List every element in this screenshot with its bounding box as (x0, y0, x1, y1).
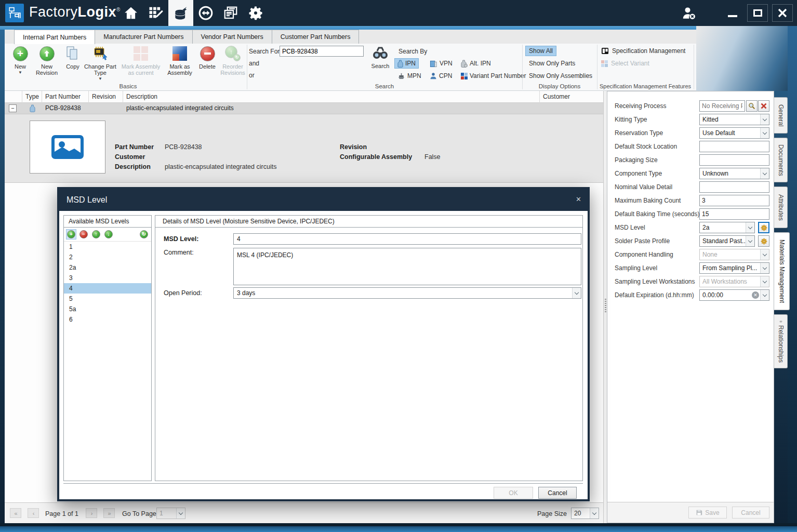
move-up-button[interactable]: ↑ (91, 229, 101, 240)
nav-documents-icon[interactable] (218, 0, 243, 26)
component-type-select[interactable]: Unknown (699, 168, 769, 179)
comment-textarea[interactable]: MSL 4 (IPC/JEDEC) (233, 248, 581, 285)
default-stock-location-input[interactable] (699, 141, 769, 152)
default-baking-time-input[interactable] (699, 208, 769, 220)
column-type[interactable]: Type (22, 91, 42, 103)
receiving-process-input (699, 100, 745, 112)
page-size-select[interactable]: 20 (571, 508, 599, 519)
nav-transfer-icon[interactable] (193, 0, 218, 26)
search-input[interactable] (280, 46, 364, 57)
search-by-variant-part-number[interactable]: Variant Part Number (458, 71, 529, 81)
part-image-placeholder[interactable] (30, 121, 105, 174)
packaging-size-input[interactable] (699, 154, 769, 166)
next-page-button[interactable]: › (86, 508, 97, 518)
clear-value-icon[interactable]: ✕ (752, 291, 759, 299)
side-tab-documents[interactable]: Documents (774, 138, 788, 182)
new-revision-button[interactable]: New Revision (33, 45, 61, 76)
search-by-vpn[interactable]: VPN (427, 58, 456, 69)
specification-management-button[interactable]: Specification Management (601, 47, 685, 55)
dialog-titlebar[interactable]: MSD Level ✕ (59, 189, 588, 211)
dropdown-caret-icon: ▼ (18, 70, 22, 76)
kitting-type-select[interactable]: Kitted (699, 114, 769, 125)
refresh-levels-button[interactable]: ↻ (139, 229, 149, 240)
search-by-alt-ipn[interactable]: Alt. IPN (458, 58, 494, 69)
column-part-number[interactable]: Part Number (42, 91, 89, 103)
msd-level-option[interactable]: 2a (64, 262, 151, 273)
minimize-button[interactable] (722, 4, 743, 22)
msd-level-settings-button[interactable] (758, 222, 769, 233)
reservation-type-select[interactable]: Use Default (699, 127, 769, 139)
up-arrow-icon (39, 46, 55, 61)
maximize-button[interactable] (747, 4, 768, 22)
show-only-parts-option[interactable]: Show Only Parts (525, 58, 579, 69)
side-tab-general[interactable]: General (774, 97, 788, 134)
msd-level-option[interactable]: 6 (64, 314, 151, 325)
search-by-ipn[interactable]: IPN (394, 58, 419, 69)
delete-button[interactable]: Delete (197, 45, 218, 70)
nav-design-icon[interactable] (143, 0, 168, 26)
search-by-mpn[interactable]: MPN (394, 71, 424, 81)
msd-level-option[interactable]: 5 (64, 294, 151, 304)
column-description[interactable]: Description (123, 91, 540, 103)
new-button[interactable]: + New▼ (10, 45, 31, 76)
dialog-close-icon[interactable]: ✕ (576, 195, 581, 203)
last-page-button[interactable]: » (103, 508, 115, 518)
open-period-select[interactable]: 3 days (233, 287, 581, 299)
close-button[interactable] (772, 4, 793, 22)
paperclip-icon (779, 318, 782, 325)
tab-customer-part-numbers[interactable]: Customer Part Numbers (272, 30, 360, 44)
msd-level-option[interactable]: 3 (64, 273, 151, 283)
receiving-process-clear-button[interactable] (758, 100, 769, 112)
msd-level-value-input[interactable] (233, 233, 581, 245)
app-title: FactoryLogix® (29, 4, 121, 20)
refresh-icon: ↻ (140, 230, 148, 238)
change-part-type-button[interactable]: Change Part Type▼ (84, 45, 117, 82)
search-by-cpn[interactable]: CPN (427, 71, 455, 81)
msd-level-option[interactable]: 5a (64, 304, 151, 314)
search-group-label: Search (247, 83, 522, 89)
msd-level-select[interactable]: 2a (699, 222, 755, 233)
default-expiration-input[interactable]: 0.00:00 ✕ (699, 289, 769, 301)
side-tab-attributes[interactable]: Attributes (774, 187, 788, 228)
msd-level-option[interactable]: 1 (64, 242, 151, 252)
panel-splitter[interactable] (603, 91, 607, 523)
solder-paste-profile-select[interactable]: Standard Past... (699, 235, 755, 247)
nav-home-icon[interactable] (118, 0, 143, 26)
mark-as-assembly-button[interactable]: Mark as Assembly (164, 45, 196, 76)
remove-level-button[interactable]: − (78, 229, 89, 240)
table-row[interactable]: − PCB-928438 plastic-encapsulated integr… (5, 103, 603, 114)
add-level-button[interactable]: + (66, 229, 76, 240)
first-page-icon: « (14, 510, 17, 516)
maximum-baking-count-input[interactable] (699, 195, 769, 206)
expand-column-header (5, 91, 22, 103)
copy-button[interactable]: Copy (63, 45, 83, 70)
detail-configurable-label: Configurable Assembly (340, 153, 412, 161)
first-page-button[interactable]: « (10, 508, 21, 518)
tab-internal-part-numbers[interactable]: Internal Part Numbers (14, 30, 95, 44)
column-revision[interactable]: Revision (89, 91, 123, 103)
field-label: Reservation Type (615, 129, 663, 137)
window-controls (679, 0, 797, 26)
tab-vendor-part-numbers[interactable]: Vendor Part Numbers (192, 30, 272, 44)
tab-manufacturer-part-numbers[interactable]: Manufacturer Part Numbers (95, 30, 192, 44)
sampling-level-select[interactable]: From Sampling Pl... (699, 262, 769, 274)
column-customer[interactable]: Customer (540, 91, 603, 103)
msd-level-option[interactable]: 2 (64, 252, 151, 262)
search-button[interactable]: Search (368, 45, 392, 69)
solder-paste-settings-button[interactable] (758, 235, 769, 247)
side-tab-materials-management[interactable]: Materials Management (774, 232, 790, 310)
show-only-assemblies-option[interactable]: Show Only Assemblies (525, 71, 596, 81)
nav-parts-icon[interactable] (168, 0, 193, 26)
nominal-value-detail-input[interactable] (699, 181, 769, 193)
nav-settings-icon[interactable] (243, 0, 268, 26)
receiving-process-search-button[interactable] (746, 100, 758, 112)
collapse-row-button[interactable]: − (9, 104, 17, 112)
show-all-option[interactable]: Show All (525, 46, 556, 56)
dialog-cancel-button[interactable]: Cancel (538, 487, 577, 499)
side-tab-relationships[interactable]: Relationships (774, 314, 788, 368)
user-logout-icon[interactable] (679, 4, 699, 22)
field-label: Receiving Process (615, 102, 666, 110)
msd-level-option-selected[interactable]: 4 (64, 283, 151, 294)
move-down-button[interactable]: ↓ (103, 229, 114, 240)
previous-page-button[interactable]: ‹ (28, 508, 39, 518)
